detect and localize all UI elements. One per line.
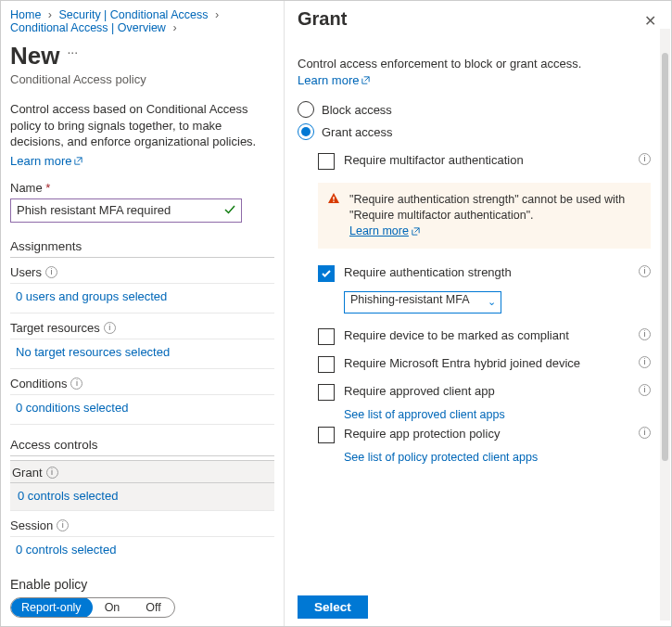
info-icon[interactable]: i [639,384,651,396]
require-mfa-checkbox[interactable]: Require multifactor authentication i [318,147,651,175]
conditions-row[interactable]: Conditions i [10,369,274,395]
chevron-right-icon: › [215,8,219,21]
breadcrumb-security[interactable]: Security | Conditional Access [58,8,208,21]
info-icon[interactable]: i [46,467,58,479]
left-column: Home › Security | Conditional Access › C… [1,1,284,626]
users-row[interactable]: Users i [10,258,274,284]
info-icon[interactable]: i [639,153,651,165]
require-hybrid-joined-checkbox[interactable]: Require Microsoft Entra hybrid joined de… [318,351,651,378]
panel-description: Control access enforcement to block or g… [298,56,651,88]
external-link-icon [361,75,371,85]
users-link[interactable]: 0 users and groups selected [16,289,167,303]
breadcrumb: Home › Security | Conditional Access › C… [10,8,274,34]
conditions-link[interactable]: 0 conditions selected [16,401,128,415]
grant-access-radio[interactable]: Grant access [298,123,651,140]
info-icon[interactable]: i [70,377,82,390]
chevron-right-icon: › [48,8,52,21]
name-label: Name * [10,181,274,195]
select-button[interactable]: Select [298,595,368,619]
panel-title: Grant [298,8,347,30]
checkmark-icon [223,203,236,219]
app-protection-link[interactable]: See list of policy protected client apps [344,451,651,464]
checkbox-icon [318,153,335,170]
enable-policy-toggle[interactable]: Report-only On Off [10,597,175,618]
page-description: Control access based on Conditional Acce… [10,101,274,150]
toggle-off[interactable]: Off [133,598,173,617]
svg-rect-0 [333,197,334,200]
auth-strength-select[interactable]: Phishing-resistant MFA ⌄ [344,291,501,314]
warning-icon [327,192,340,210]
block-access-radio[interactable]: Block access [298,101,651,118]
info-icon[interactable]: i [45,266,57,278]
grant-panel: Grant ✕ Control access enforcement to bl… [284,1,671,626]
require-compliant-device-checkbox[interactable]: Require device to be marked as compliant… [318,323,651,351]
radio-icon [298,101,314,118]
info-icon[interactable]: i [639,427,651,439]
warning-learn-more-link[interactable]: Learn more [349,224,421,239]
page-title: New [10,42,59,70]
checkbox-icon [318,384,335,401]
close-icon[interactable]: ✕ [640,8,660,33]
svg-rect-1 [333,201,334,202]
learn-more-link[interactable]: Learn more [10,154,274,168]
session-row[interactable]: Session i [10,511,274,537]
external-link-icon [411,226,421,237]
chevron-right-icon: › [172,21,176,34]
toggle-report-only[interactable]: Report-only [10,597,93,618]
info-icon[interactable]: i [104,322,116,334]
checkbox-icon [318,356,335,373]
breadcrumb-home[interactable]: Home [10,8,41,21]
info-icon[interactable]: i [57,519,69,531]
info-icon[interactable]: i [639,356,651,368]
radio-icon [298,123,314,140]
grant-link[interactable]: 0 controls selected [18,489,118,503]
require-app-protection-checkbox[interactable]: Require app protection policy i [318,421,651,449]
access-controls-heading: Access controls [10,438,274,456]
target-resources-row[interactable]: Target resources i [10,314,274,339]
chevron-down-icon: ⌄ [488,296,496,308]
target-resources-link[interactable]: No target resources selected [16,345,170,359]
breadcrumb-overview[interactable]: Conditional Access | Overview [10,21,166,34]
grant-row[interactable]: Grant i [10,460,274,483]
checkbox-icon [318,427,335,443]
require-approved-client-checkbox[interactable]: Require approved client app i [318,378,651,406]
checkbox-icon [318,328,335,345]
name-input[interactable] [10,198,242,223]
scrollbar-thumb[interactable] [662,53,668,461]
toggle-on[interactable]: On [92,598,133,617]
session-link[interactable]: 0 controls selected [16,543,116,557]
require-auth-strength-checkbox[interactable]: Require authentication strength i [318,260,651,288]
assignments-heading: Assignments [10,239,274,258]
warning-message: "Require authentication strength" cannot… [318,183,651,249]
page-subtitle: Conditional Access policy [10,72,274,86]
approved-client-apps-link[interactable]: See list of approved client apps [344,408,651,421]
panel-learn-more-link[interactable]: Learn more [298,72,371,89]
info-icon[interactable]: i [639,265,651,277]
external-link-icon [73,156,83,166]
more-icon[interactable]: ··· [67,45,78,59]
info-icon[interactable]: i [639,328,651,340]
enable-policy-label: Enable policy [10,577,274,592]
checkbox-icon [318,265,335,282]
